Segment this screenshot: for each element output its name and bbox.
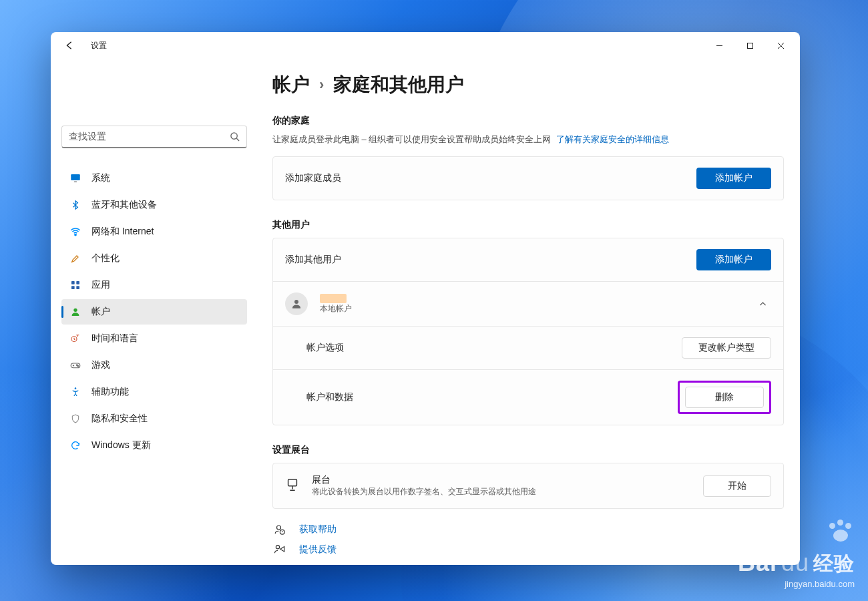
sidebar-item-person[interactable]: 帐户 <box>61 299 247 325</box>
svg-rect-6 <box>76 281 79 284</box>
sidebar-item-bluetooth[interactable]: 蓝牙和其他设备 <box>61 192 247 218</box>
svg-point-12 <box>77 365 78 366</box>
titlebar: 设置 <box>51 32 800 59</box>
main-panel: 帐户 › 家庭和其他用户 你的家庭 让家庭成员登录此电脑 – 组织者可以使用安全… <box>258 59 800 565</box>
sidebar-item-label: 个性化 <box>91 252 120 264</box>
get-help-link[interactable]: 获取帮助 <box>299 524 337 536</box>
family-learn-more-link[interactable]: 了解有关家庭安全的详细信息 <box>556 134 669 146</box>
sidebar-item-label: 游戏 <box>91 359 110 371</box>
sidebar-item-label: 帐户 <box>91 306 110 318</box>
account-options-label: 帐户选项 <box>306 342 344 354</box>
kiosk-icon <box>285 477 300 494</box>
brush-icon <box>69 252 81 264</box>
kiosk-row-title: 展台 <box>312 474 536 486</box>
svg-point-9 <box>73 309 77 312</box>
svg-point-17 <box>277 526 281 530</box>
svg-rect-0 <box>747 43 752 48</box>
avatar-icon <box>285 292 308 315</box>
svg-point-19 <box>276 546 279 549</box>
kiosk-start-button[interactable]: 开始 <box>703 475 771 497</box>
sidebar-item-update[interactable]: Windows 更新 <box>61 433 247 458</box>
sidebar-item-monitor[interactable]: 系统 <box>61 166 247 191</box>
chevron-up-icon[interactable] <box>754 295 771 313</box>
sidebar-item-label: Windows 更新 <box>91 439 151 451</box>
kiosk-section-title: 设置展台 <box>272 444 784 456</box>
back-button[interactable] <box>60 36 79 55</box>
svg-point-13 <box>77 365 79 367</box>
svg-rect-5 <box>71 281 75 284</box>
settings-window: 设置 查找设置 系统 蓝牙和其他设备 网络和 Internet 个性化 应用 帐… <box>51 32 800 565</box>
svg-point-4 <box>75 234 76 235</box>
sidebar-item-label: 时间和语言 <box>91 333 138 345</box>
sidebar-item-gamepad[interactable]: 游戏 <box>61 353 247 378</box>
window-title: 设置 <box>91 40 107 51</box>
add-family-member-row: 添加家庭成员 添加帐户 <box>273 157 783 200</box>
other-user-row[interactable]: 本地帐户 <box>273 281 783 326</box>
sidebar-item-label: 蓝牙和其他设备 <box>91 199 157 211</box>
wifi-icon <box>69 226 81 238</box>
add-other-account-button[interactable]: 添加帐户 <box>696 249 771 270</box>
svg-rect-7 <box>71 286 75 289</box>
add-other-label: 添加其他用户 <box>285 254 341 266</box>
account-data-label: 帐户和数据 <box>306 391 353 403</box>
user-account-type: 本地帐户 <box>320 303 352 315</box>
svg-rect-16 <box>288 479 297 486</box>
shield-icon <box>69 413 81 425</box>
search-placeholder: 查找设置 <box>69 131 106 143</box>
sidebar-item-label: 隐私和安全性 <box>91 413 148 425</box>
close-button[interactable] <box>765 35 796 55</box>
change-account-type-button[interactable]: 更改帐户类型 <box>682 337 771 359</box>
account-data-row: 帐户和数据 删除 <box>273 369 783 425</box>
search-input[interactable]: 查找设置 <box>61 126 247 148</box>
annotation-highlight: 删除 <box>678 381 771 414</box>
breadcrumb: 帐户 › 家庭和其他用户 <box>272 72 784 97</box>
sidebar-item-access[interactable]: 辅助功能 <box>61 379 247 405</box>
add-other-user-row: 添加其他用户 添加帐户 <box>273 238 783 281</box>
sidebar-item-label: 应用 <box>91 279 110 291</box>
monitor-icon <box>69 172 81 184</box>
account-options-row: 帐户选项 更改帐户类型 <box>273 326 783 369</box>
sidebar-item-apps[interactable]: 应用 <box>61 272 247 298</box>
sidebar-item-label: 辅助功能 <box>91 386 129 398</box>
add-family-label: 添加家庭成员 <box>285 172 341 184</box>
svg-point-15 <box>294 300 298 304</box>
gamepad-icon <box>69 359 81 371</box>
search-icon <box>230 132 240 142</box>
svg-point-14 <box>75 387 77 389</box>
svg-rect-3 <box>74 182 77 183</box>
nav-list: 系统 蓝牙和其他设备 网络和 Internet 个性化 应用 帐户 时间和语言 … <box>61 166 247 458</box>
minimize-button[interactable] <box>704 35 734 55</box>
bluetooth-icon <box>69 199 81 211</box>
apps-icon <box>69 279 81 291</box>
sidebar: 查找设置 系统 蓝牙和其他设备 网络和 Internet 个性化 应用 帐户 时… <box>51 59 258 565</box>
person-icon <box>69 306 81 318</box>
kiosk-row: 展台 将此设备转换为展台以用作数字签名、交互式显示器或其他用途 开始 <box>273 463 783 508</box>
sidebar-item-clock[interactable]: 时间和语言 <box>61 326 247 351</box>
clock-icon <box>69 333 81 345</box>
kiosk-row-desc: 将此设备转换为展台以用作数字签名、交互式显示器或其他用途 <box>312 486 536 497</box>
sidebar-item-shield[interactable]: 隐私和安全性 <box>61 406 247 431</box>
breadcrumb-current: 家庭和其他用户 <box>333 72 464 97</box>
maximize-button[interactable] <box>734 35 765 55</box>
sidebar-item-brush[interactable]: 个性化 <box>61 246 247 271</box>
svg-rect-8 <box>76 286 79 289</box>
remove-account-button[interactable]: 删除 <box>685 387 764 408</box>
add-family-account-button[interactable]: 添加帐户 <box>696 168 771 189</box>
feedback-icon <box>272 544 287 556</box>
family-section-desc: 让家庭成员登录此电脑 – 组织者可以使用安全设置帮助成员始终安全上网 <box>272 134 551 146</box>
user-name-redacted <box>320 294 347 303</box>
breadcrumb-parent[interactable]: 帐户 <box>272 72 310 97</box>
others-section-title: 其他用户 <box>272 219 784 231</box>
access-icon <box>69 386 81 398</box>
update-icon <box>69 439 81 451</box>
family-section-title: 你的家庭 <box>272 115 784 127</box>
help-icon <box>272 524 287 536</box>
sidebar-item-label: 系统 <box>91 172 110 184</box>
chevron-right-icon: › <box>319 76 324 93</box>
sidebar-item-label: 网络和 Internet <box>91 226 154 238</box>
give-feedback-link[interactable]: 提供反馈 <box>299 544 337 556</box>
sidebar-item-wifi[interactable]: 网络和 Internet <box>61 219 247 244</box>
svg-point-1 <box>231 133 237 139</box>
svg-rect-2 <box>71 174 80 180</box>
